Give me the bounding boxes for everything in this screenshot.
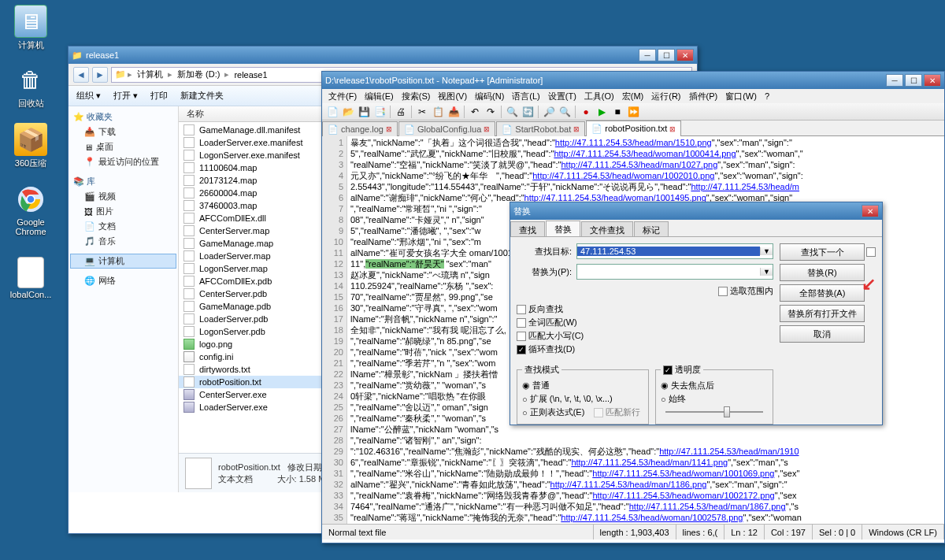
fastfwd-icon[interactable]: ⏩ (626, 105, 640, 119)
menu-item[interactable]: 搜索(S) (398, 91, 434, 102)
new-icon[interactable]: 📄 (325, 105, 339, 119)
search-mode-group: 查找模式 ◉ 普通 ○ 扩展 (\n, \r, \t, \0, \x...) ○… (517, 364, 649, 425)
replace-icon[interactable]: 🔄 (521, 105, 535, 119)
transparency-slider[interactable] (661, 406, 768, 418)
matchcase-checkbox[interactable]: 匹配大小写(C) (517, 329, 773, 343)
explorer-sidebar: ⭐ 收藏夹 📥 下载 🖥 桌面 📍 最近访问的位置 📚 库 🎬 视频 🖼 图片 … (69, 106, 179, 492)
mode-extended-radio[interactable]: ○ 扩展 (\n, \r, \t, \0, \x...) (522, 392, 643, 406)
favorites-group[interactable]: ⭐ 收藏夹 (70, 109, 176, 124)
open-icon[interactable]: 📂 (341, 105, 355, 119)
editor-tab[interactable]: 📄 robotPosition.txt⊠ (586, 121, 681, 136)
desktop-icon-recycle[interactable]: 🗑 回收站 (3, 63, 58, 109)
replace-button[interactable]: 替换(R) (780, 264, 865, 281)
menu-item[interactable]: 文件(F) (325, 91, 360, 102)
close-tab-icon[interactable]: ⊠ (573, 125, 580, 133)
trans-onlose-radio[interactable]: ◉ 失去焦点后 (661, 379, 768, 392)
close-tab-icon[interactable]: ⊠ (484, 125, 490, 133)
maximize-button[interactable]: ☐ (658, 49, 675, 61)
cut-icon[interactable]: ✂ (415, 105, 429, 119)
line-gutter: 1234567891011121314151617181920212223242… (322, 136, 347, 524)
menu-item[interactable]: 设置(T) (545, 91, 580, 102)
back-button[interactable]: ◄ (73, 67, 89, 83)
find-input[interactable]: ▼ (576, 243, 773, 259)
mode-normal-radio[interactable]: ◉ 普通 (522, 379, 643, 392)
menu-item[interactable]: 运行(R) (648, 91, 684, 102)
sidebar-item-computer[interactable]: 💻 计算机 (70, 254, 176, 269)
find-next-button[interactable]: 查找下一个 (780, 243, 865, 261)
close-button[interactable]: ✕ (924, 74, 941, 87)
close-button[interactable]: ✕ (676, 49, 694, 61)
zoom-out-icon[interactable]: 🔍 (558, 105, 572, 119)
open-menu[interactable]: 打开 ▾ (113, 90, 138, 102)
copy-icon[interactable]: 📋 (431, 105, 445, 119)
dropdown-icon[interactable]: ▼ (760, 247, 773, 255)
saveall-icon[interactable]: 📑 (372, 105, 387, 119)
stop-icon[interactable]: ■ (610, 105, 624, 119)
file-icon (183, 389, 195, 400)
editor-tab[interactable]: 📄 change.log⊠ (322, 121, 398, 136)
replace-all-button[interactable]: 全部替换(A) (780, 284, 865, 302)
menu-item[interactable]: 视图(V) (435, 91, 470, 102)
replace-input[interactable]: ▼ (576, 264, 773, 280)
find-next-checkbox[interactable] (866, 247, 876, 257)
sidebar-item-videos[interactable]: 🎬 视频 (70, 189, 176, 204)
undo-icon[interactable]: ↶ (468, 105, 482, 119)
save-icon[interactable]: 💾 (357, 105, 371, 119)
replace-titlebar[interactable]: 替换 ✕ (510, 202, 882, 220)
maximize-button[interactable]: ☐ (905, 74, 922, 87)
menu-item[interactable]: 语言(L) (509, 91, 543, 102)
backward-checkbox[interactable]: 反向查找 (517, 302, 773, 316)
redo-icon[interactable]: ↷ (484, 105, 498, 119)
tab-mark[interactable]: 标记 (634, 221, 669, 236)
menu-item[interactable]: 编码(N) (472, 91, 507, 102)
print-icon[interactable]: 🖨 (394, 105, 408, 119)
mode-regex-radio[interactable]: ○ 正则表达式(E) 匹配新行 (522, 406, 643, 419)
paste-icon[interactable]: 📥 (447, 105, 461, 119)
desktop-icon-chrome[interactable]: Google Chrome (3, 183, 58, 236)
menu-item[interactable]: 工具(O) (581, 91, 617, 102)
new-folder-button[interactable]: 新建文件夹 (180, 90, 224, 102)
close-button[interactable]: ✕ (862, 205, 879, 217)
dropdown-icon[interactable]: ▼ (760, 268, 773, 276)
desktop-icon-360zip[interactable]: 📦 360压缩 (3, 123, 58, 169)
organize-menu[interactable]: 组织 ▾ (76, 90, 101, 102)
record-icon[interactable]: ● (579, 105, 593, 119)
menu-item[interactable]: 插件(P) (686, 91, 721, 102)
editor-tab[interactable]: 📄 StartRobot.bat⊠ (496, 121, 585, 136)
replace-all-files-button[interactable]: 替换所有打开文件 (780, 305, 865, 322)
sidebar-item-music[interactable]: 🎵 音乐 (70, 234, 176, 249)
in-selection-checkbox[interactable]: 选取范围内 (718, 284, 773, 298)
explorer-titlebar[interactable]: 📁 release1 ─ ☐ ✕ (69, 46, 697, 64)
cancel-button[interactable]: 取消 (780, 325, 865, 343)
sidebar-item-pictures[interactable]: 🖼 图片 (70, 204, 176, 219)
forward-button[interactable]: ► (92, 67, 108, 83)
sidebar-item-downloads[interactable]: 📥 下载 (70, 124, 176, 139)
desktop-icon-computer[interactable]: 🖥 计算机 (3, 5, 58, 51)
libraries-group[interactable]: 📚 库 (70, 174, 176, 189)
sidebar-item-desktop[interactable]: 🖥 桌面 (70, 139, 176, 154)
find-icon[interactable]: 🔍 (505, 105, 519, 119)
close-tab-icon[interactable]: ⊠ (386, 125, 392, 133)
menu-item[interactable]: 窗口(W) (722, 91, 760, 102)
menu-item[interactable]: ? (762, 91, 773, 101)
minimize-button[interactable]: ─ (886, 74, 903, 87)
sidebar-item-recent[interactable]: 📍 最近访问的位置 (70, 154, 176, 169)
wholeword-checkbox[interactable]: 全词匹配(W) (517, 316, 773, 329)
tab-findinfiles[interactable]: 文件查找 (581, 221, 633, 236)
wrap-checkbox[interactable]: ✓循环查找(D) (517, 343, 773, 356)
menu-item[interactable]: 宏(M) (619, 91, 647, 102)
zoom-in-icon[interactable]: 🔎 (542, 105, 556, 119)
menu-item[interactable]: 编辑(E) (361, 91, 397, 102)
sidebar-item-documents[interactable]: 📄 文档 (70, 219, 176, 234)
play-icon[interactable]: ▶ (595, 105, 609, 119)
trans-always-radio[interactable]: ○ 始终 (661, 392, 768, 406)
desktop-icon-file[interactable]: lobalCon... (3, 257, 58, 299)
editor-tab[interactable]: 📄 GlobalConfig.lua⊠ (398, 121, 495, 136)
tab-replace[interactable]: 替换 (546, 221, 580, 236)
close-tab-icon[interactable]: ⊠ (669, 125, 676, 133)
minimize-button[interactable]: ─ (639, 49, 656, 61)
sidebar-item-network[interactable]: 🌐 网络 (70, 273, 176, 288)
print-button[interactable]: 打印 (150, 90, 168, 102)
tab-find[interactable]: 查找 (510, 221, 545, 236)
npp-titlebar[interactable]: D:\release1\robotPosition.txt - Notepad+… (322, 72, 944, 89)
